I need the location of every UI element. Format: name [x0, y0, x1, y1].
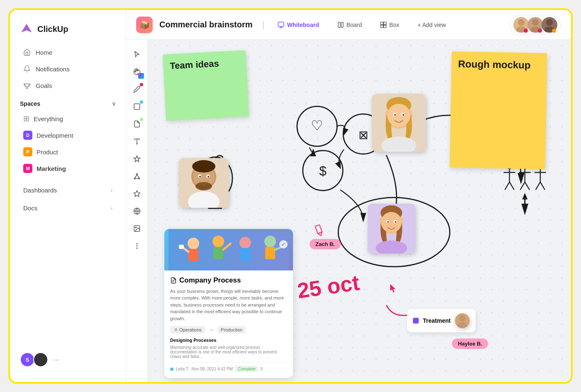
nav-docs[interactable]: Docs ›: [13, 200, 122, 217]
tab-board[interactable]: Board: [332, 19, 368, 31]
text-icon: [133, 138, 141, 145]
page-header: 📦 Commercial brainstorm | Whiteboard Boa…: [126, 10, 571, 40]
nav-dashboards[interactable]: Dashboards ›: [13, 182, 122, 199]
tool-embed[interactable]: [129, 203, 145, 219]
svg-point-39: [297, 106, 337, 146]
svg-rect-8: [381, 25, 383, 27]
space-marketing-label: Marketing: [37, 165, 66, 172]
logo-area: ClickUp: [10, 18, 126, 44]
whiteboard-canvas[interactable]: ♡ ⊠ $: [126, 40, 571, 382]
svg-rect-19: [134, 104, 140, 110]
collaborator-1: [513, 17, 529, 33]
doc-card-description: As your business grows, things will inev…: [170, 288, 287, 322]
treatment-color-dot: [413, 318, 419, 324]
svg-point-14: [546, 19, 553, 26]
avatar-user2[interactable]: [33, 352, 48, 367]
svg-point-35: [137, 248, 137, 249]
pencil-cursor-svg: [315, 225, 323, 236]
person-woman-bottom-svg: [368, 204, 415, 253]
doc-meta-num: 5: [261, 367, 263, 371]
globe-icon: [133, 207, 141, 215]
note-icon: [133, 120, 141, 128]
svg-point-102: [239, 237, 251, 248]
space-development[interactable]: D Development: [13, 127, 122, 143]
space-everything[interactable]: ⊞ Everything: [13, 111, 122, 127]
whiteboard-content: ♡ ⊠ $: [148, 40, 571, 382]
svg-text:⊠: ⊠: [359, 129, 368, 141]
tab-box-label: Box: [389, 22, 399, 28]
svg-line-58: [525, 182, 530, 190]
nav-goals[interactable]: Goals: [13, 78, 122, 93]
tab-board-label: Board: [347, 22, 362, 28]
svg-line-53: [510, 182, 514, 190]
svg-marker-48: [390, 284, 395, 292]
tool-smart[interactable]: [129, 151, 145, 167]
collaborator-avatars: [510, 15, 561, 35]
svg-rect-7: [384, 22, 386, 24]
home-icon: [23, 49, 31, 56]
tool-effects[interactable]: [129, 186, 145, 202]
main-content: 📦 Commercial brainstorm | Whiteboard Boa…: [126, 10, 571, 382]
cursor-icon: [133, 51, 141, 58]
doc-card-company-process[interactable]: ✓ Company Process As your business grows…: [164, 229, 293, 378]
svg-point-33: [137, 243, 137, 244]
spaces-collapse-icon[interactable]: ∨: [112, 100, 116, 107]
nav-home[interactable]: Home: [13, 44, 122, 60]
nav-notifications[interactable]: Notifications: [13, 61, 122, 77]
product-space-icon: P: [23, 147, 32, 156]
person-photo-woman-bottom: [368, 204, 415, 253]
svg-point-73: [199, 176, 201, 178]
tab-box[interactable]: Box: [374, 19, 405, 31]
project-title: Commercial brainstorm: [159, 20, 253, 29]
space-marketing[interactable]: M Marketing: [13, 161, 122, 176]
bell-icon: [23, 65, 31, 73]
svg-point-34: [137, 246, 137, 246]
space-product-label: Product: [37, 149, 58, 156]
dashboards-label: Dashboards: [23, 187, 57, 194]
tool-select[interactable]: [129, 46, 145, 62]
user-avatars: S: [20, 352, 48, 367]
tool-colors[interactable]: [129, 64, 145, 80]
tool-more[interactable]: [129, 238, 145, 254]
svg-point-117: [459, 315, 466, 321]
tab-whiteboard[interactable]: Whiteboard: [271, 19, 325, 31]
treatment-card[interactable]: Treatment: [407, 309, 476, 332]
svg-point-74: [208, 176, 209, 178]
svg-point-18: [137, 70, 138, 71]
avatar-user1[interactable]: S: [20, 352, 35, 367]
svg-line-57: [520, 182, 525, 190]
person-photo-woman-top: [372, 94, 426, 152]
svg-rect-9: [384, 25, 386, 27]
svg-marker-28: [134, 191, 140, 197]
doc-section-title: Designing Processes: [170, 338, 287, 343]
docs-label: Docs: [23, 205, 37, 212]
tool-text[interactable]: [129, 134, 145, 149]
tool-note[interactable]: [129, 116, 145, 132]
name-tag-haylee-label: Haylee B.: [458, 341, 482, 347]
everything-grid-icon: ⊞: [23, 114, 29, 123]
tool-connect[interactable]: [129, 168, 145, 184]
svg-point-79: [387, 104, 410, 127]
spaces-label: Spaces: [20, 100, 40, 107]
tool-shape[interactable]: [129, 99, 145, 114]
header-divider: |: [263, 20, 265, 29]
doc-section-text: Maintaining accurate and well-organized …: [170, 345, 287, 359]
svg-point-22: [136, 173, 137, 175]
name-tag-haylee: Haylee B.: [452, 338, 488, 349]
svg-line-63: [540, 182, 545, 190]
space-product[interactable]: P Product: [13, 144, 122, 160]
doc-tag-operations-text: Operations: [179, 327, 202, 332]
svg-point-104: [264, 236, 276, 247]
doc-card-title: Company Process: [170, 276, 287, 285]
svg-point-70: [195, 182, 212, 190]
tool-image[interactable]: [129, 221, 145, 236]
user-menu-dots[interactable]: ···: [53, 355, 59, 364]
svg-rect-103: [240, 248, 250, 261]
tool-draw[interactable]: [129, 81, 145, 97]
add-view-button[interactable]: + Add view: [412, 19, 452, 31]
doc-tag-operations: Operations: [170, 326, 205, 334]
doc-card-header-image: ✓: [164, 229, 293, 270]
svg-rect-5: [341, 22, 343, 27]
space-everything-label: Everything: [34, 115, 63, 122]
treatment-person-svg: [455, 313, 470, 328]
